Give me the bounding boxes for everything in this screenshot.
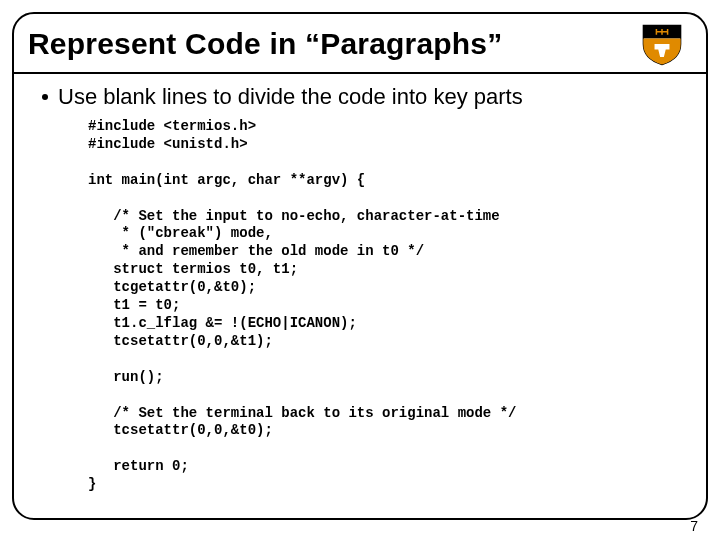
bullet-text: Use blank lines to divide the code into … — [58, 84, 523, 110]
title-row: Represent Code in “Paragraphs” — [14, 14, 706, 74]
logo-princeton-shield-icon — [632, 20, 692, 68]
page-number: 7 — [690, 518, 698, 534]
slide-title: Represent Code in “Paragraphs” — [28, 27, 632, 61]
slide: Represent Code in “Paragraphs” Use blank… — [0, 0, 720, 540]
slide-frame: Represent Code in “Paragraphs” Use blank… — [12, 12, 708, 520]
slide-body: Use blank lines to divide the code into … — [14, 74, 706, 502]
bullet-dot-icon — [42, 94, 48, 100]
bullet-item: Use blank lines to divide the code into … — [42, 84, 688, 110]
code-block: #include <termios.h> #include <unistd.h>… — [88, 118, 688, 494]
